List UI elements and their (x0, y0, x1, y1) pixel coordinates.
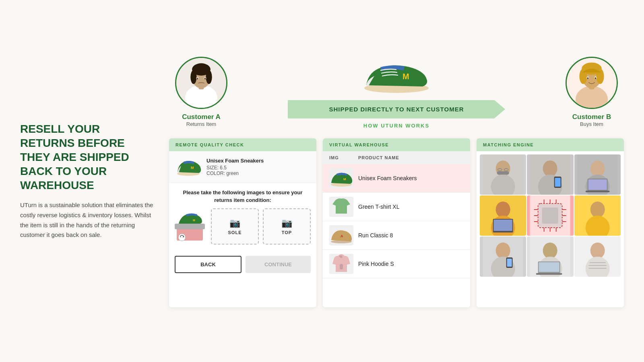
matching-person-2 (527, 154, 573, 195)
panel-buttons: BACK CONTINUE (169, 250, 316, 279)
svg-point-6 (206, 70, 212, 84)
matching-person-6 (574, 195, 621, 236)
matching-person-8 (527, 237, 573, 277)
svg-rect-84 (507, 259, 512, 267)
me-panel: MATCHING ENGINE (477, 138, 624, 307)
continue-button: CONTINUE (246, 256, 311, 273)
matching-grid (477, 151, 624, 280)
camera-icon-top: 📷 (281, 218, 292, 228)
product-info-row: M Unisex Foam Sneakers SIZE: 6.5 COLOR: … (169, 151, 316, 183)
svg-point-30 (178, 234, 186, 241)
top-label: TOP (282, 230, 292, 235)
svg-rect-90 (536, 273, 562, 275)
col-img: IMG (329, 155, 353, 160)
product-thumbnail: M (175, 157, 202, 177)
customer-a-avatar (175, 57, 227, 109)
customer-b-block: Customer B Buys Item (559, 57, 624, 127)
svg-rect-61 (494, 220, 512, 231)
rqc-header: REMOTE QUALITY CHECK (169, 138, 316, 151)
customer-b-name: Customer B (572, 113, 611, 121)
matching-person-1 (480, 154, 526, 195)
svg-point-10 (197, 78, 198, 80)
svg-point-5 (190, 70, 196, 84)
svg-rect-7 (191, 91, 212, 95)
shipped-text: SHIPPED DIRECTLY TO NEXT CUSTOMER (329, 106, 464, 113)
row-img-2 (329, 197, 353, 217)
product-name: Unisex Foam Sneakers (206, 158, 264, 164)
customer-b-svg (567, 57, 617, 109)
matching-chip-scan (527, 195, 573, 236)
svg-point-52 (590, 160, 605, 177)
rqc-panel: REMOTE QUALITY CHECK M Unisex Foam S (169, 138, 316, 307)
customer-b-label: Buys Item (580, 121, 603, 127)
svg-rect-39 (340, 264, 343, 269)
row-img-3: A (329, 225, 353, 245)
right-section: Customer A Returns Item M (169, 55, 624, 307)
svg-rect-64 (542, 208, 558, 224)
arrow-flow-area: M SHIPPED DIRECTLY TO NEXT CUSTOMER (233, 55, 559, 129)
panels-row: REMOTE QUALITY CHECK M Unisex Foam S (169, 138, 624, 307)
customer-a-block: Customer A Returns Item (169, 57, 233, 127)
svg-point-78 (590, 202, 605, 218)
left-section: RESELL YOUR RETURNS BEFORE THEY ARE SHIP… (20, 122, 157, 240)
customer-b-avatar (566, 57, 618, 109)
svg-rect-55 (588, 179, 607, 190)
vw-panel: VIRTUAL WAREHOUSE IMG PRODUCT NAME M (323, 138, 470, 307)
photo-slot-top[interactable]: 📷 TOP (263, 208, 311, 245)
svg-text:A: A (341, 234, 343, 238)
svg-text:M: M (193, 219, 195, 222)
customer-a-label: Returns Item (186, 121, 216, 127)
shoe-box-slot: M (175, 208, 207, 245)
how-uturn-label: HOW UTURN WORKS (363, 123, 429, 129)
svg-point-92 (590, 243, 605, 259)
svg-text:M: M (191, 166, 194, 170)
shipped-arrow: SHIPPED DIRECTLY TO NEXT CUSTOMER (233, 100, 559, 119)
me-header: MATCHING ENGINE (477, 138, 624, 151)
shoe-image: M (360, 55, 433, 97)
vw-table-header: IMG PRODUCT NAME (323, 151, 470, 164)
row-name-4: Pink Hoodie S (358, 261, 464, 267)
vw-header: VIRTUAL WAREHOUSE (323, 138, 470, 151)
matching-person-4 (480, 195, 526, 236)
table-row[interactable]: A Run Classic 8 (323, 221, 470, 250)
customer-a-name: Customer A (182, 113, 221, 121)
svg-point-24 (595, 77, 597, 79)
matching-person-3 (574, 154, 621, 195)
svg-text:M: M (343, 177, 346, 181)
customer-a-svg (176, 57, 226, 109)
main-container: RESELL YOUR RETURNS BEFORE THEY ARE SHIP… (20, 16, 624, 346)
photo-slots: M 📷 SOLE 📷 (169, 208, 316, 250)
photo-instruction: Please take the following images to ensu… (169, 183, 316, 208)
svg-point-11 (204, 78, 206, 80)
svg-point-58 (496, 202, 510, 218)
shoe-svg: M (360, 55, 433, 95)
svg-rect-43 (497, 171, 509, 175)
row-name-1: Unisex Foam Sneakers (358, 175, 464, 181)
sole-label: SOLE (228, 230, 242, 235)
table-row[interactable]: Pink Hoodie S (323, 250, 470, 278)
svg-point-81 (496, 243, 510, 259)
col-name: PRODUCT NAME (358, 155, 464, 160)
product-details: Unisex Foam Sneakers SIZE: 6.5 COLOR: gr… (206, 158, 264, 176)
svg-rect-50 (555, 178, 561, 187)
illustration-area: Customer A Returns Item M (169, 55, 624, 129)
table-row[interactable]: M Unisex Foam Sneakers (323, 164, 470, 193)
table-row[interactable]: Green T-shirt XL (323, 193, 470, 221)
svg-rect-89 (539, 262, 559, 272)
back-button[interactable]: BACK (175, 256, 242, 273)
row-img-1: M (329, 168, 353, 188)
svg-point-86 (543, 243, 557, 259)
row-img-4 (329, 254, 353, 274)
matching-person-7 (480, 237, 526, 277)
svg-rect-56 (585, 191, 609, 192)
main-description: UTurn is a sustainable solution that eli… (20, 200, 157, 240)
arrow-shape: SHIPPED DIRECTLY TO NEXT CUSTOMER (288, 100, 505, 119)
matching-person-9 (574, 237, 621, 277)
product-size: SIZE: 6.5 (206, 165, 264, 171)
svg-rect-28 (175, 224, 205, 229)
photo-slot-sole[interactable]: 📷 SOLE (211, 208, 259, 245)
svg-point-47 (543, 160, 557, 177)
camera-icon-sole: 📷 (229, 218, 240, 228)
svg-point-23 (587, 77, 589, 79)
row-name-3: Run Classic 8 (358, 232, 464, 239)
